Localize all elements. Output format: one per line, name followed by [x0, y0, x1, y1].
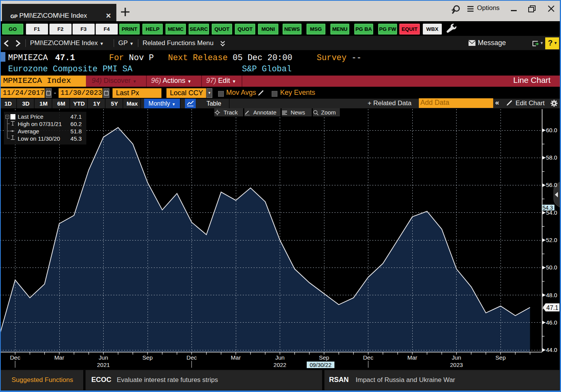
svg-text:47.1: 47.1 — [546, 305, 558, 311]
svg-text:2021: 2021 — [97, 362, 110, 368]
svg-text:51.8: 51.8 — [71, 128, 82, 135]
svg-text:58.0: 58.0 — [546, 154, 557, 161]
svg-text:2023: 2023 — [450, 362, 463, 368]
svg-text:Jun: Jun — [99, 354, 108, 361]
svg-text:54.3: 54.3 — [543, 205, 553, 211]
svg-text:Sep: Sep — [495, 354, 506, 361]
svg-text:Mar: Mar — [407, 354, 417, 361]
svg-text:47.1: 47.1 — [71, 113, 82, 120]
svg-text:52.0: 52.0 — [546, 237, 557, 243]
svg-text:Dec: Dec — [10, 354, 20, 361]
svg-text:2022: 2022 — [274, 362, 286, 368]
svg-text:56.0: 56.0 — [546, 182, 557, 188]
svg-text:Mar: Mar — [54, 354, 64, 361]
svg-text:50.0: 50.0 — [546, 264, 557, 271]
svg-text:60.0: 60.0 — [546, 127, 557, 133]
svg-text:46.0: 46.0 — [546, 319, 557, 326]
svg-text:Dec: Dec — [186, 354, 197, 361]
svg-text:60.2: 60.2 — [71, 121, 82, 127]
svg-text:Mar: Mar — [231, 354, 241, 361]
svg-text:High on 07/31/21: High on 07/31/21 — [18, 121, 62, 127]
svg-text:Dec: Dec — [363, 354, 373, 361]
svg-text:Jun: Jun — [452, 354, 461, 361]
svg-text:Sep: Sep — [143, 354, 153, 361]
svg-text:44.0: 44.0 — [546, 347, 557, 353]
svg-text:09/30/22: 09/30/22 — [310, 362, 331, 368]
svg-text:Last Price: Last Price — [18, 113, 44, 120]
svg-text:48.0: 48.0 — [546, 292, 557, 298]
svg-text:45.3: 45.3 — [71, 135, 82, 142]
svg-text:Jun: Jun — [275, 354, 284, 361]
svg-text:Average: Average — [18, 128, 39, 135]
svg-text:Sep: Sep — [319, 354, 329, 361]
svg-text:Low on 11/30/20: Low on 11/30/20 — [18, 135, 60, 142]
